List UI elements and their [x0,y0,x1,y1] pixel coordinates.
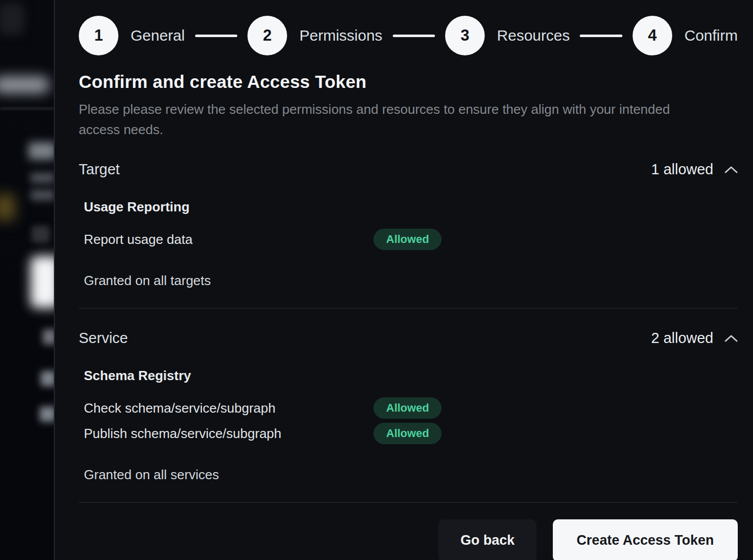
create-access-token-button[interactable]: Create Access Token [553,519,738,560]
status-badge: Allowed [373,423,442,444]
backdrop-card-blur [30,256,54,308]
backdrop-divider-blur [0,108,54,109]
permission-label: Publish schema/service/subgraph [84,426,373,442]
step-label: Resources [497,27,570,44]
go-back-button[interactable]: Go back [438,519,537,560]
status-badge: Allowed [373,229,442,250]
step-number-badge: 3 [445,16,485,55]
step-connector-line [580,35,622,37]
permission-group-name: Usage Reporting [84,199,738,215]
chevron-up-icon [725,166,738,174]
page-description: Please please review the selected permis… [79,99,709,140]
permission-label: Check schema/service/subgraph [84,400,373,416]
step-general[interactable]: 1 General [79,16,185,55]
permission-row: Report usage data Allowed [84,228,738,251]
step-number-badge: 4 [633,16,672,55]
backdrop-icon-blur [32,226,50,243]
permission-group-schema-registry: Schema Registry Check schema/service/sub… [84,368,738,445]
permission-row: Check schema/service/subgraph Allowed [84,397,738,419]
step-confirm[interactable]: 4 Confirm [633,16,738,55]
step-label: General [131,27,185,44]
allowed-count: 2 allowed [651,330,713,347]
backdrop-text-blur [30,190,54,200]
step-number-badge: 1 [79,16,118,55]
backdrop-text-blur [40,407,54,422]
allowed-count: 1 allowed [651,161,713,178]
step-label: Confirm [684,27,738,44]
chevron-up-icon [725,334,738,343]
permission-group-name: Schema Registry [84,368,738,384]
page-title: Confirm and create Access Token [79,72,738,92]
section-collapse-toggle[interactable]: 1 allowed [651,161,738,178]
granted-note: Granted on all services [84,467,738,483]
section-title: Service [79,330,128,347]
status-badge: Allowed [373,397,442,419]
step-connector-line [393,35,435,37]
backdrop-accent-blur [0,194,15,221]
section-header-target: Target 1 allowed [79,161,738,178]
create-access-token-modal: 1 General 2 Permissions 3 Resources 4 Co… [54,0,753,560]
backdrop-text-blur [43,329,54,345]
step-number-badge: 2 [247,16,287,55]
backdrop-app [0,0,54,560]
backdrop-heading-blur [28,142,54,160]
section-divider [79,502,738,503]
section-title: Target [79,161,120,178]
permission-group-usage-reporting: Usage Reporting Report usage data Allowe… [84,199,738,251]
permission-row: Publish schema/service/subgraph Allowed [84,422,738,445]
modal-footer: Go back Create Access Token [79,519,738,560]
step-connector-line [195,35,237,37]
step-resources[interactable]: 3 Resources [445,16,570,55]
step-label: Permissions [299,27,382,44]
backdrop-text-blur [41,371,54,386]
permission-label: Report usage data [84,232,373,247]
wizard-stepper: 1 General 2 Permissions 3 Resources 4 Co… [79,16,738,55]
backdrop-logo-blur [0,3,24,35]
section-divider [79,308,738,308]
section-collapse-toggle[interactable]: 2 allowed [651,330,738,347]
backdrop-nav-item-blur [0,76,50,94]
backdrop-text-blur [30,173,54,183]
step-permissions[interactable]: 2 Permissions [247,16,382,55]
section-header-service: Service 2 allowed [79,330,738,347]
granted-note: Granted on all targets [84,273,738,289]
